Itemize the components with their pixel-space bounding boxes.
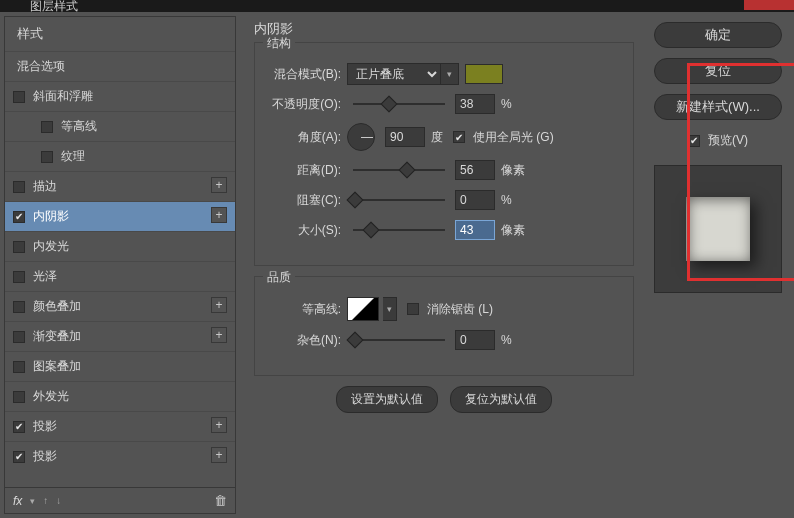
style-checkbox[interactable] <box>13 361 25 373</box>
blend-options[interactable]: 混合选项 <box>5 51 235 81</box>
size-unit: 像素 <box>501 222 525 239</box>
structure-label: 结构 <box>263 35 295 52</box>
sidebar-item-label: 外发光 <box>33 388 69 405</box>
noise-input[interactable] <box>455 330 495 350</box>
cancel-button[interactable]: 复位 <box>654 58 782 84</box>
angle-input[interactable] <box>385 127 425 147</box>
sidebar-item-3[interactable]: 描边+ <box>5 171 235 201</box>
sidebar-heading: 样式 <box>5 17 235 51</box>
angle-dial[interactable] <box>347 123 375 151</box>
preview-checkbox[interactable] <box>688 135 700 147</box>
styles-sidebar: 样式 混合选项 斜面和浮雕等高线纹理描边+内阴影+内发光光泽颜色叠加+渐变叠加+… <box>4 16 236 514</box>
antialias-label: 消除锯齿 (L) <box>427 301 493 318</box>
size-slider[interactable] <box>353 229 445 231</box>
make-default-button[interactable]: 设置为默认值 <box>336 386 438 413</box>
style-checkbox[interactable] <box>13 331 25 343</box>
add-effect-icon[interactable]: + <box>211 417 227 433</box>
opacity-input[interactable] <box>455 94 495 114</box>
distance-unit: 像素 <box>501 162 525 179</box>
sidebar-item-7[interactable]: 颜色叠加+ <box>5 291 235 321</box>
add-effect-icon[interactable]: + <box>211 327 227 343</box>
close-icon[interactable] <box>744 0 794 10</box>
style-checkbox[interactable] <box>13 211 25 223</box>
distance-input[interactable] <box>455 160 495 180</box>
chevron-down-icon[interactable]: ▾ <box>441 63 459 85</box>
contour-arrow-icon[interactable]: ▾ <box>383 297 397 321</box>
style-checkbox[interactable] <box>13 301 25 313</box>
add-effect-icon[interactable]: + <box>211 297 227 313</box>
opacity-unit: % <box>501 97 512 111</box>
sidebar-item-label: 图案叠加 <box>33 358 81 375</box>
add-effect-icon[interactable]: + <box>211 177 227 193</box>
sidebar-item-label: 渐变叠加 <box>33 328 81 345</box>
sidebar-item-0[interactable]: 斜面和浮雕 <box>5 81 235 111</box>
style-checkbox[interactable] <box>13 181 25 193</box>
distance-slider[interactable] <box>353 169 445 171</box>
sidebar-item-label: 纹理 <box>61 148 85 165</box>
contour-label: 等高线: <box>265 301 347 318</box>
style-checkbox[interactable] <box>13 271 25 283</box>
trash-icon[interactable]: 🗑 <box>214 493 227 508</box>
right-column: 确定 复位 新建样式(W)... 预览(V) <box>644 12 794 518</box>
global-light-checkbox[interactable] <box>453 131 465 143</box>
contour-swatch[interactable] <box>347 297 379 321</box>
color-swatch[interactable] <box>465 64 503 84</box>
new-style-button[interactable]: 新建样式(W)... <box>654 94 782 120</box>
sidebar-item-2[interactable]: 纹理 <box>5 141 235 171</box>
choke-input[interactable] <box>455 190 495 210</box>
sidebar-item-12[interactable]: 投影+ <box>5 441 235 471</box>
sidebar-item-label: 光泽 <box>33 268 57 285</box>
preview-label: 预览(V) <box>708 132 748 149</box>
sidebar-item-1[interactable]: 等高线 <box>5 111 235 141</box>
sidebar-item-10[interactable]: 外发光 <box>5 381 235 411</box>
add-effect-icon[interactable]: + <box>211 447 227 463</box>
move-down-icon[interactable]: ↓ <box>56 495 61 506</box>
antialias-checkbox[interactable] <box>407 303 419 315</box>
choke-unit: % <box>501 193 512 207</box>
preview-box <box>654 165 782 293</box>
noise-slider[interactable] <box>353 339 445 341</box>
global-light-label: 使用全局光 (G) <box>473 129 554 146</box>
ok-button[interactable]: 确定 <box>654 22 782 48</box>
blend-mode-label: 混合模式(B): <box>265 66 347 83</box>
sidebar-item-5[interactable]: 内发光 <box>5 231 235 261</box>
fx-icon[interactable]: fx <box>13 494 22 508</box>
distance-label: 距离(D): <box>265 162 347 179</box>
preview-swatch <box>686 197 750 261</box>
style-checkbox[interactable] <box>41 121 53 133</box>
noise-label: 杂色(N): <box>265 332 347 349</box>
sidebar-item-label: 描边 <box>33 178 57 195</box>
quality-label: 品质 <box>263 269 295 286</box>
sidebar-item-label: 等高线 <box>61 118 97 135</box>
choke-slider[interactable] <box>353 199 445 201</box>
style-checkbox[interactable] <box>13 241 25 253</box>
blend-mode-select[interactable]: 正片叠底 <box>347 63 441 85</box>
size-label: 大小(S): <box>265 222 347 239</box>
sidebar-item-6[interactable]: 光泽 <box>5 261 235 291</box>
sidebar-item-label: 内发光 <box>33 238 69 255</box>
window-title: 图层样式 <box>30 0 78 15</box>
fx-dropdown-icon[interactable]: ▾ <box>30 496 35 506</box>
style-checkbox[interactable] <box>13 451 25 463</box>
sidebar-item-8[interactable]: 渐变叠加+ <box>5 321 235 351</box>
panel-title: 内阴影 <box>254 20 634 38</box>
sidebar-item-9[interactable]: 图案叠加 <box>5 351 235 381</box>
style-checkbox[interactable] <box>13 91 25 103</box>
opacity-slider[interactable] <box>353 103 445 105</box>
move-up-icon[interactable]: ↑ <box>43 495 48 506</box>
add-effect-icon[interactable]: + <box>211 207 227 223</box>
sidebar-item-label: 内阴影 <box>33 208 69 225</box>
style-checkbox[interactable] <box>13 391 25 403</box>
angle-unit: 度 <box>431 129 443 146</box>
sidebar-item-11[interactable]: 投影+ <box>5 411 235 441</box>
sidebar-item-4[interactable]: 内阴影+ <box>5 201 235 231</box>
size-input[interactable] <box>455 220 495 240</box>
style-checkbox[interactable] <box>41 151 53 163</box>
quality-group: 品质 等高线: ▾ 消除锯齿 (L) 杂色(N): % <box>254 276 634 376</box>
titlebar: 图层样式 <box>0 0 794 12</box>
style-checkbox[interactable] <box>13 421 25 433</box>
noise-unit: % <box>501 333 512 347</box>
reset-default-button[interactable]: 复位为默认值 <box>450 386 552 413</box>
angle-label: 角度(A): <box>265 129 347 146</box>
settings-panel: 内阴影 结构 混合模式(B): 正片叠底 ▾ 不透明度(O): % 角度(A): <box>236 12 644 518</box>
